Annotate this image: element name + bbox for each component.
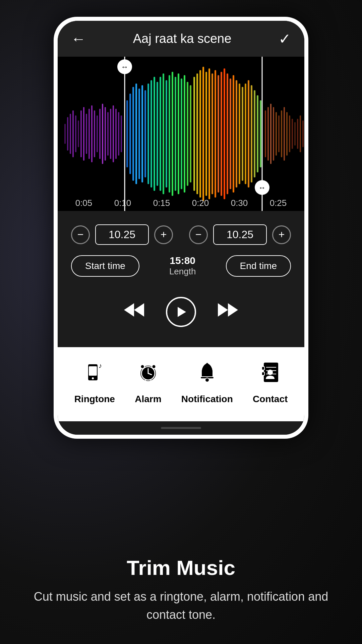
right-time-input[interactable]: 10.25 bbox=[213, 224, 267, 245]
svg-rect-23 bbox=[129, 94, 131, 174]
svg-rect-17 bbox=[110, 109, 111, 159]
svg-rect-66 bbox=[260, 100, 261, 167]
svg-text:↔: ↔ bbox=[121, 63, 128, 71]
header-title: Aaj raat ka scene bbox=[133, 32, 232, 46]
ringtone-label: Ringtone bbox=[74, 394, 115, 405]
svg-rect-80 bbox=[300, 115, 301, 152]
controls-section: − 10.25 + − 10.25 + Start time 15:80 Len… bbox=[58, 211, 304, 347]
svg-rect-6 bbox=[80, 110, 82, 157]
svg-point-106 bbox=[205, 378, 209, 382]
svg-rect-14 bbox=[102, 104, 103, 164]
svg-rect-0 bbox=[64, 124, 66, 144]
notification-option[interactable]: Notification bbox=[181, 361, 233, 405]
svg-rect-94 bbox=[89, 366, 97, 376]
time-marker-1: 0:05 bbox=[75, 198, 93, 208]
length-label: Length bbox=[169, 266, 196, 277]
svg-rect-26 bbox=[138, 89, 140, 179]
svg-line-103 bbox=[144, 380, 145, 382]
svg-rect-57 bbox=[233, 75, 234, 193]
svg-rect-44 bbox=[193, 77, 195, 191]
svg-marker-88 bbox=[124, 303, 134, 317]
svg-rect-32 bbox=[157, 82, 158, 186]
svg-rect-1 bbox=[67, 117, 68, 151]
svg-text:↔: ↔ bbox=[258, 183, 266, 192]
rewind-button[interactable] bbox=[122, 302, 146, 322]
right-plus-button[interactable]: + bbox=[272, 225, 291, 244]
svg-rect-28 bbox=[144, 90, 146, 177]
right-minus-button[interactable]: − bbox=[189, 225, 208, 244]
bottom-options: ♪ Ringtone bbox=[58, 347, 304, 421]
svg-rect-56 bbox=[230, 78, 231, 189]
svg-rect-13 bbox=[99, 109, 101, 159]
time-marker-6: 0:25 bbox=[270, 198, 287, 208]
svg-rect-52 bbox=[218, 75, 219, 193]
phone-frame: ← Aaj raat ka scene ✓ bbox=[54, 17, 308, 439]
svg-rect-31 bbox=[154, 77, 155, 191]
svg-rect-68 bbox=[267, 107, 269, 161]
svg-rect-5 bbox=[78, 120, 79, 147]
left-time-input[interactable]: 10.25 bbox=[95, 224, 149, 245]
confirm-button[interactable]: ✓ bbox=[279, 30, 291, 47]
svg-rect-19 bbox=[115, 109, 117, 159]
svg-rect-12 bbox=[97, 115, 98, 152]
play-button[interactable] bbox=[166, 297, 196, 327]
svg-rect-77 bbox=[292, 119, 293, 149]
svg-rect-70 bbox=[273, 107, 274, 161]
svg-rect-27 bbox=[141, 85, 143, 182]
time-marker-4: 0:20 bbox=[192, 198, 209, 208]
time-marker-3: 0:15 bbox=[153, 198, 170, 208]
svg-rect-37 bbox=[172, 72, 173, 196]
svg-rect-59 bbox=[239, 84, 240, 184]
waveform-svg: ↔ ↔ bbox=[58, 57, 304, 211]
length-display: 15:80 Length bbox=[169, 255, 196, 277]
svg-rect-48 bbox=[205, 72, 207, 196]
svg-rect-22 bbox=[126, 100, 128, 167]
fast-forward-button[interactable] bbox=[216, 302, 240, 322]
svg-rect-43 bbox=[190, 85, 191, 182]
svg-rect-24 bbox=[132, 87, 134, 181]
svg-rect-18 bbox=[113, 105, 114, 162]
playback-controls bbox=[71, 287, 291, 340]
svg-rect-7 bbox=[83, 107, 84, 161]
time-buttons-row: Start time 15:80 Length End time bbox=[71, 255, 291, 277]
svg-rect-53 bbox=[221, 72, 222, 196]
svg-rect-35 bbox=[166, 80, 167, 187]
svg-rect-71 bbox=[276, 112, 277, 156]
svg-rect-45 bbox=[196, 73, 198, 194]
alarm-option[interactable]: Alarm bbox=[135, 361, 161, 405]
svg-rect-79 bbox=[297, 119, 298, 149]
time-marker-5: 0:30 bbox=[231, 198, 248, 208]
svg-rect-21 bbox=[121, 115, 122, 152]
svg-rect-16 bbox=[107, 112, 109, 156]
home-indicator-area bbox=[58, 421, 304, 435]
start-time-button[interactable]: Start time bbox=[71, 255, 139, 277]
svg-marker-91 bbox=[218, 303, 228, 317]
svg-rect-34 bbox=[163, 73, 164, 194]
svg-rect-10 bbox=[91, 105, 93, 162]
left-plus-button[interactable]: + bbox=[154, 225, 173, 244]
svg-rect-60 bbox=[242, 87, 243, 181]
phone-inner: ← Aaj raat ka scene ✓ bbox=[58, 21, 304, 435]
svg-rect-20 bbox=[118, 112, 119, 156]
end-time-button[interactable]: End time bbox=[226, 255, 291, 277]
contact-option[interactable]: Contact bbox=[253, 361, 288, 405]
svg-rect-62 bbox=[248, 80, 249, 187]
svg-rect-3 bbox=[72, 110, 74, 157]
svg-rect-11 bbox=[94, 110, 95, 157]
alarm-label: Alarm bbox=[135, 394, 161, 405]
ringtone-option[interactable]: ♪ Ringtone bbox=[74, 361, 115, 405]
svg-rect-41 bbox=[184, 75, 185, 193]
svg-rect-50 bbox=[212, 73, 213, 194]
contact-label: Contact bbox=[253, 394, 288, 405]
left-input-group: − 10.25 + bbox=[71, 224, 173, 245]
back-button[interactable]: ← bbox=[71, 31, 86, 47]
svg-rect-72 bbox=[278, 115, 280, 152]
svg-rect-25 bbox=[135, 84, 137, 184]
left-minus-button[interactable]: − bbox=[71, 225, 90, 244]
home-indicator bbox=[161, 427, 201, 429]
svg-rect-51 bbox=[215, 70, 216, 198]
svg-rect-81 bbox=[302, 120, 304, 147]
svg-rect-74 bbox=[284, 107, 285, 161]
svg-rect-73 bbox=[281, 110, 282, 157]
svg-rect-36 bbox=[169, 75, 170, 193]
